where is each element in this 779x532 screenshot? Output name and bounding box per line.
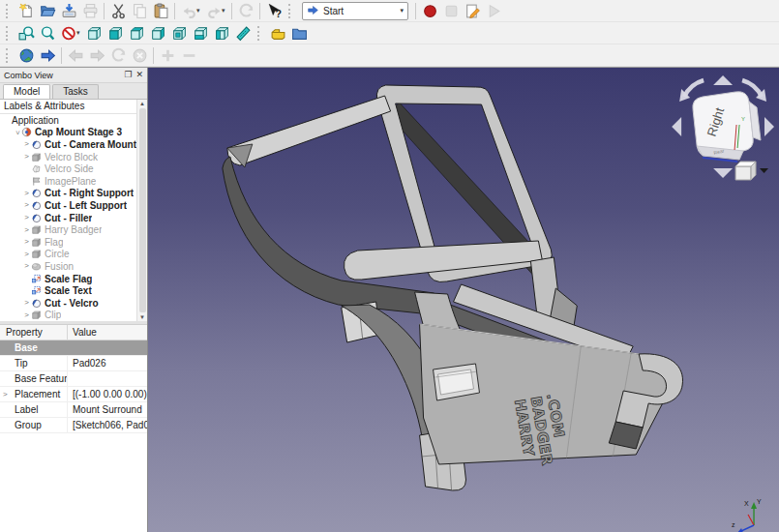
web-open-website-button[interactable] <box>15 45 37 65</box>
tree-item-cut-filler[interactable]: >Cut - Filler <box>0 212 147 224</box>
toolbar-grip[interactable] <box>288 4 294 18</box>
view-left-button[interactable] <box>211 23 232 43</box>
tree-item-cut-velcro[interactable]: >Cut - Velcro <box>0 297 147 310</box>
macro-stop-button[interactable] <box>440 1 462 20</box>
tree-item-application[interactable]: Application <box>0 114 147 127</box>
navcube-arrow-down[interactable] <box>713 168 733 178</box>
expander-icon[interactable]: > <box>22 190 31 197</box>
view-bottom-button[interactable] <box>190 23 211 43</box>
web-forward-button[interactable] <box>86 45 107 65</box>
expander-icon[interactable]: > <box>22 262 31 270</box>
property-column-header[interactable]: Property <box>0 325 68 340</box>
view-zoom-button[interactable] <box>37 23 58 43</box>
navcube-arrow-right[interactable] <box>764 117 774 136</box>
view-rear-button[interactable] <box>168 23 190 43</box>
property-value[interactable]: [(-1.00 0.00 0.00); ... <box>68 387 147 401</box>
draw-style-dropdown-icon[interactable]: ▾ <box>76 29 83 37</box>
combo-caret-icon[interactable]: ▾ <box>400 7 404 15</box>
cut-button[interactable] <box>107 1 129 20</box>
scroll-thumb[interactable] <box>139 108 146 312</box>
expander-icon[interactable]: > <box>22 140 31 148</box>
copy-button[interactable] <box>129 1 150 20</box>
whats-this-help-button[interactable]: ? <box>263 1 285 20</box>
expander-icon[interactable]: > <box>22 226 31 234</box>
toolbar-grip[interactable] <box>6 4 12 18</box>
paste-button[interactable] <box>150 1 171 20</box>
expander-icon[interactable]: > <box>22 238 31 246</box>
tree-item-fusion[interactable]: >Fusion <box>0 260 147 273</box>
tree-item-scale-text[interactable]: Scale Text <box>0 284 147 297</box>
toolbar-grip[interactable] <box>257 26 263 41</box>
tree-item-velcro-side[interactable]: Velcro Side <box>0 163 147 175</box>
tree-item-cut-right-support[interactable]: >Cut - Right Support <box>0 188 147 200</box>
property-value[interactable]: Pad026 <box>68 356 147 370</box>
measure-distance-button[interactable] <box>232 23 254 43</box>
workbench-selector[interactable]: Start▾ <box>302 2 408 20</box>
tree-scrollbar[interactable]: ▲ ▼ <box>136 100 147 321</box>
expander-icon[interactable]: > <box>22 311 31 319</box>
tree-item-cut-left-support[interactable]: >Cut - Left Support <box>0 199 147 212</box>
macro-edit-button[interactable] <box>462 1 483 20</box>
open-folder-2-button[interactable] <box>288 23 310 43</box>
web-zoom-out-button[interactable] <box>178 45 199 65</box>
expander-icon[interactable]: > <box>22 153 31 161</box>
undo-button[interactable] <box>178 1 199 20</box>
view-top-button[interactable] <box>126 23 147 43</box>
navigation-cube[interactable]: Right Rear Y <box>672 75 774 180</box>
web-back-button[interactable] <box>65 45 86 65</box>
expander-icon[interactable]: > <box>22 201 31 209</box>
property-value[interactable] <box>68 371 147 386</box>
property-row-group[interactable]: Group[Sketch066, Pad026] <box>0 418 147 433</box>
tree-item-cap-mount-stage-3[interactable]: >Cap Mount Stage 3 <box>0 127 147 139</box>
tree-item-velcro-block[interactable]: >Velcro Block <box>0 151 147 163</box>
scroll-down-icon[interactable]: ▼ <box>139 314 145 320</box>
tab-tasks[interactable]: Tasks <box>52 84 99 99</box>
tree-item-cut-camera-mount[interactable]: >Cut - Camera Mount <box>0 138 147 151</box>
navcube-settings-cube-icon[interactable] <box>735 162 756 180</box>
save-document-button[interactable] <box>58 1 79 20</box>
macro-record-button[interactable] <box>419 1 440 20</box>
part-workbench-button[interactable] <box>267 23 288 43</box>
web-zoom-in-button[interactable] <box>157 45 178 65</box>
expander-icon[interactable]: > <box>22 214 31 222</box>
close-panel-icon[interactable]: ✕ <box>135 71 143 79</box>
expander-icon[interactable]: > <box>22 251 31 258</box>
tree-item-circle[interactable]: >Circle <box>0 249 147 261</box>
scroll-up-icon[interactable]: ▲ <box>139 101 145 106</box>
property-value[interactable]: Mount Surround <box>68 402 147 417</box>
toolbar-grip[interactable] <box>6 48 12 63</box>
tree-item-flag[interactable]: >Flag <box>0 236 147 249</box>
tree-item-scale-flag[interactable]: Scale Flag <box>0 273 147 285</box>
refresh-document-button[interactable] <box>235 1 256 20</box>
expander-icon[interactable]: > <box>22 299 31 307</box>
view-front-button[interactable] <box>105 23 126 43</box>
toolbar-grip[interactable] <box>6 26 12 41</box>
web-stop-button[interactable] <box>129 45 150 65</box>
tree-item-clip[interactable]: >Clip <box>0 310 147 322</box>
web-go-button[interactable] <box>37 45 58 65</box>
property-group-base[interactable]: Base <box>0 340 147 356</box>
property-value[interactable]: [Sketch066, Pad026] <box>68 418 147 432</box>
float-panel-icon[interactable]: ❐ <box>124 71 132 79</box>
navcube-arrow-left[interactable] <box>672 117 681 136</box>
property-row-label[interactable]: LabelMount Surround <box>0 402 147 418</box>
3d-viewport[interactable]: .COM BADGER HARRY Right R <box>147 68 779 532</box>
open-document-button[interactable] <box>37 1 58 20</box>
new-document-button[interactable] <box>15 1 37 20</box>
navcube-arrow-up[interactable] <box>713 75 733 85</box>
expander-icon[interactable]: > <box>3 387 8 401</box>
tab-model[interactable]: Model <box>3 84 50 99</box>
print-button[interactable] <box>79 1 101 20</box>
view-right-button[interactable] <box>147 23 168 43</box>
tree-item-imageplane[interactable]: ImagePlane <box>0 175 147 188</box>
value-column-header[interactable]: Value <box>68 325 147 340</box>
tree-item-harry-badger[interactable]: >Harry Badger <box>0 223 147 236</box>
view-isometric-button[interactable] <box>83 23 105 43</box>
expander-icon[interactable]: > <box>14 128 21 136</box>
navcube-rotate-ccw-icon[interactable] <box>684 80 704 97</box>
view-fit-all-button[interactable] <box>15 23 37 43</box>
redo-button[interactable] <box>203 1 225 20</box>
property-row-base-feature[interactable]: Base Feature <box>0 371 147 387</box>
property-row-tip[interactable]: TipPad026 <box>0 356 147 371</box>
property-row-placement[interactable]: >Placement[(-1.00 0.00 0.00); ... <box>0 387 147 402</box>
